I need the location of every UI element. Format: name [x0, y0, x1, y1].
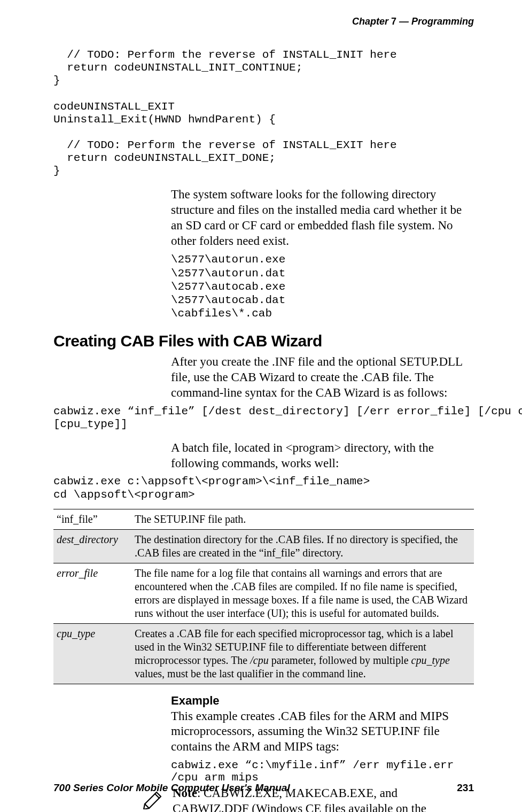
param-description: The file name for a log file that contai… — [131, 563, 474, 623]
param-name: error_file — [53, 563, 131, 623]
param-name: dest_directory — [53, 529, 131, 563]
cabwiz-syntax: cabwiz.exe “inf_file” [/dest dest_direct… — [53, 405, 474, 431]
param-description: Creates a .CAB file for each specified m… — [131, 623, 474, 684]
footer-page-number: 231 — [457, 782, 474, 794]
table-row: “inf_file”The SETUP.INF file path. — [53, 509, 474, 529]
table-row: cpu_typeCreates a .CAB file for each spe… — [53, 623, 474, 684]
page: Chapter 7 — Programming // TODO: Perform… — [0, 0, 522, 812]
header-chapter-number: 7 — [391, 16, 396, 27]
example-command: cabwiz.exe “c:\myfile.inf” /err myfile.e… — [171, 759, 474, 784]
running-header: Chapter 7 — Programming — [53, 16, 474, 27]
header-section-title: Programming — [411, 16, 474, 27]
section-heading-cabwizard: Creating CAB Files with CAB Wizard — [53, 332, 474, 350]
param-description: The SETUP.INF file path. — [131, 509, 474, 529]
footer-title: 700 Series Color Mobile Computer User's … — [53, 782, 290, 794]
page-footer: 700 Series Color Mobile Computer User's … — [53, 782, 474, 794]
paragraph-directory-structure: The system software looks for the follow… — [171, 187, 474, 249]
code-block-uninstall: // TODO: Perform the reverse of INSTALL_… — [53, 49, 474, 177]
param-description: The destination directory for the .CAB f… — [131, 529, 474, 563]
example-paragraph: This example creates .CAB files for the … — [171, 709, 474, 755]
table-row: error_fileThe file name for a log file t… — [53, 563, 474, 623]
paragraph-batchfile: A batch file, located in <program> direc… — [171, 440, 474, 471]
table-row: dest_directoryThe destination directory … — [53, 529, 474, 563]
batch-commands: cabwiz.exe c:\appsoft\<program>\<inf_fil… — [53, 475, 474, 501]
header-dash: — — [399, 16, 409, 27]
path-list: \2577\autorun.exe \2577\autorun.dat \257… — [171, 253, 474, 320]
paragraph-cabwizard-intro: After you create the .INF file and the o… — [171, 354, 474, 400]
param-name: “inf_file” — [53, 509, 131, 529]
parameters-table: “inf_file”The SETUP.INF file path.dest_d… — [53, 509, 474, 684]
param-name: cpu_type — [53, 623, 131, 684]
header-chapter-word: Chapter — [352, 16, 388, 27]
example-heading: Example — [171, 694, 474, 708]
